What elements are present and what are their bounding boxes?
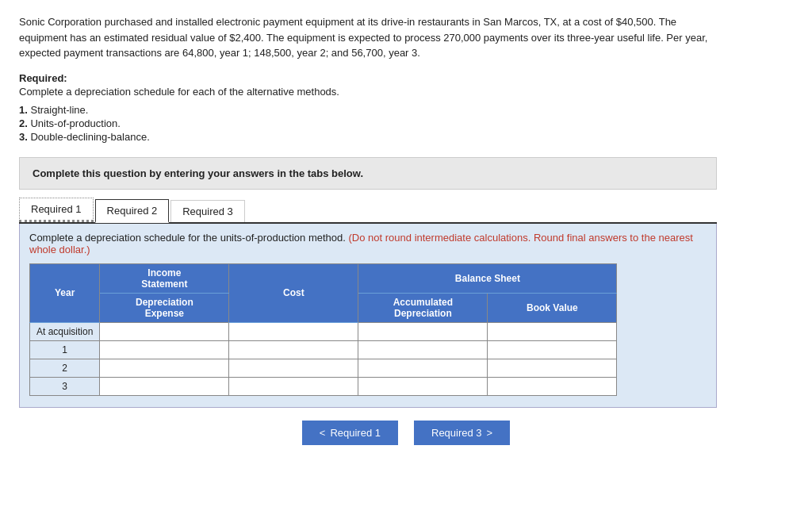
cost-input[interactable] xyxy=(229,378,358,395)
prev-label: Required 1 xyxy=(330,427,381,439)
income-statement-header: IncomeStatement xyxy=(100,263,229,293)
next-icon: > xyxy=(487,427,493,439)
cost-input[interactable] xyxy=(229,323,358,340)
year-cell: 3 xyxy=(30,377,100,395)
cost-cell[interactable] xyxy=(229,359,358,377)
content-area: Complete a depreciation schedule for the… xyxy=(19,224,717,408)
method-item: 3. Double-declining-balance. xyxy=(19,131,793,143)
question-box: Complete this question by entering your … xyxy=(19,157,717,190)
problem-description: Sonic Corporation purchased and installe… xyxy=(19,16,707,59)
cost-cell[interactable] xyxy=(229,340,358,359)
next-button[interactable]: Required 3 > xyxy=(414,421,510,445)
problem-text: Sonic Corporation purchased and installe… xyxy=(19,14,717,61)
tab-req1[interactable]: Required 1 xyxy=(19,198,94,222)
dep_exp-input[interactable] xyxy=(100,341,228,359)
depreciation-table: Year IncomeStatement Cost Balance Sheet … xyxy=(29,263,617,396)
book_val-input[interactable] xyxy=(488,378,616,395)
cost-input[interactable] xyxy=(229,359,358,377)
book_val-input[interactable] xyxy=(488,323,616,340)
cost-col-header: Cost xyxy=(229,263,358,322)
instruction-normal: Complete a depreciation schedule for the… xyxy=(29,232,346,244)
dep-expense-header: DepreciationExpense xyxy=(100,293,229,322)
dep_exp-cell[interactable] xyxy=(100,322,229,340)
prev-icon: < xyxy=(320,427,326,439)
tab-req2[interactable]: Required 2 xyxy=(95,199,170,223)
book-value-header: Book Value xyxy=(488,293,617,322)
cost-cell[interactable] xyxy=(229,322,358,340)
question-box-text: Complete this question by entering your … xyxy=(33,167,363,179)
book_val-cell[interactable] xyxy=(488,322,617,340)
book_val-cell[interactable] xyxy=(488,359,617,377)
tabs-container: Required 1Required 2Required 3 xyxy=(19,198,717,224)
balance-sheet-header: Balance Sheet xyxy=(358,263,617,293)
acc_dep-input[interactable] xyxy=(358,341,487,359)
required-header: Required: xyxy=(19,72,793,84)
methods-list: 1. Straight-line.2. Units-of-production.… xyxy=(19,104,793,143)
acc_dep-cell[interactable] xyxy=(358,377,488,395)
table-row: 2 xyxy=(30,359,617,377)
cost-input[interactable] xyxy=(229,341,358,359)
dep_exp-input[interactable] xyxy=(100,378,228,395)
next-label: Required 3 xyxy=(431,427,482,439)
table-row: 3 xyxy=(30,377,617,395)
dep_exp-input[interactable] xyxy=(100,359,228,377)
table-row: 1 xyxy=(30,340,617,359)
year-col-header: Year xyxy=(30,263,100,322)
method-item: 1. Straight-line. xyxy=(19,104,793,116)
book_val-input[interactable] xyxy=(488,359,616,377)
acc_dep-input[interactable] xyxy=(358,323,487,340)
method-item: 2. Units-of-production. xyxy=(19,117,793,129)
instruction-text: Complete a depreciation schedule for the… xyxy=(29,232,707,255)
table-row: At acquisition xyxy=(30,322,617,340)
dep_exp-input[interactable] xyxy=(100,323,228,340)
tab-req3[interactable]: Required 3 xyxy=(170,200,245,222)
book_val-input[interactable] xyxy=(488,341,616,359)
prev-button[interactable]: < Required 1 xyxy=(302,421,398,445)
year-cell: 1 xyxy=(30,340,100,359)
acc-dep-header: AccumulatedDepreciation xyxy=(358,293,488,322)
cost-cell[interactable] xyxy=(229,377,358,395)
acc_dep-input[interactable] xyxy=(358,359,487,377)
book_val-cell[interactable] xyxy=(488,340,617,359)
acc_dep-cell[interactable] xyxy=(358,340,488,359)
acc_dep-cell[interactable] xyxy=(358,359,488,377)
required-instructions: Complete a depreciation schedule for eac… xyxy=(19,86,793,98)
year-cell: 2 xyxy=(30,359,100,377)
dep_exp-cell[interactable] xyxy=(100,359,229,377)
acc_dep-cell[interactable] xyxy=(358,322,488,340)
nav-buttons: < Required 1 Required 3 > xyxy=(216,421,596,445)
acc_dep-input[interactable] xyxy=(358,378,487,395)
dep_exp-cell[interactable] xyxy=(100,340,229,359)
year-cell: At acquisition xyxy=(30,322,100,340)
dep_exp-cell[interactable] xyxy=(100,377,229,395)
book_val-cell[interactable] xyxy=(488,377,617,395)
